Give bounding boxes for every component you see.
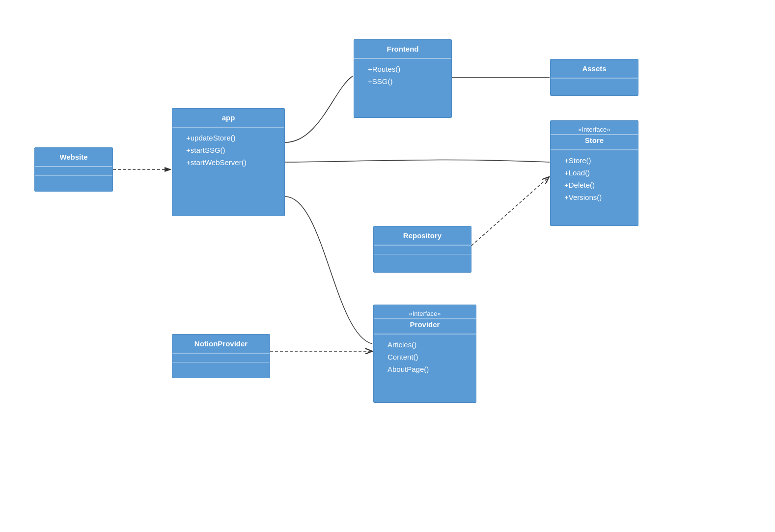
provider-box: «Interface» Provider Articles() Content(… bbox=[373, 305, 476, 403]
provider-stereotype: «Interface» bbox=[374, 305, 476, 319]
store-stereotype: «Interface» bbox=[551, 121, 638, 135]
store-header: Store bbox=[551, 135, 638, 150]
store-section: +Store() +Load() +Delete() +Versions() bbox=[551, 150, 638, 207]
assets-section bbox=[551, 78, 638, 87]
store-method2: +Load() bbox=[557, 167, 631, 179]
repository-section2 bbox=[374, 254, 471, 263]
frontend-section: +Routes() +SSG() bbox=[354, 58, 451, 91]
svg-line-4 bbox=[471, 177, 549, 246]
provider-section: Articles() Content() AboutPage() bbox=[374, 334, 476, 379]
provider-header: Provider bbox=[374, 319, 476, 334]
store-method3: +Delete() bbox=[557, 179, 631, 191]
app-method1: +updateStore() bbox=[179, 132, 277, 144]
provider-method2: Content() bbox=[381, 351, 469, 363]
assets-header: Assets bbox=[551, 59, 638, 78]
repository-header: Repository bbox=[374, 226, 471, 245]
app-method2: +startSSG() bbox=[179, 144, 277, 156]
notion-section1 bbox=[172, 353, 270, 362]
store-method4: +Versions() bbox=[557, 191, 631, 203]
repository-section1 bbox=[374, 245, 471, 254]
website-header: Website bbox=[35, 148, 112, 167]
diagram-container: Website app +updateStore() +startSSG() +… bbox=[0, 0, 775, 532]
website-section1 bbox=[35, 167, 112, 175]
assets-box: Assets bbox=[550, 59, 638, 96]
frontend-box: Frontend +Routes() +SSG() bbox=[354, 39, 452, 118]
repository-box: Repository bbox=[373, 226, 471, 273]
app-box: app +updateStore() +startSSG() +startWeb… bbox=[172, 108, 285, 216]
notion-section2 bbox=[172, 362, 270, 371]
notion-provider-header: NotionProvider bbox=[172, 335, 270, 353]
app-header: app bbox=[172, 109, 284, 127]
frontend-header: Frontend bbox=[354, 40, 451, 58]
provider-method3: AboutPage() bbox=[381, 363, 469, 375]
frontend-method2: +SSG() bbox=[361, 75, 444, 87]
app-section: +updateStore() +startSSG() +startWebServ… bbox=[172, 127, 284, 172]
notion-provider-box: NotionProvider bbox=[172, 334, 270, 378]
provider-method1: Articles() bbox=[381, 338, 469, 351]
store-box: «Interface» Store +Store() +Load() +Dele… bbox=[550, 120, 638, 226]
website-section2 bbox=[35, 175, 112, 184]
app-method3: +startWebServer() bbox=[179, 156, 277, 168]
frontend-method1: +Routes() bbox=[361, 63, 444, 75]
store-method1: +Store() bbox=[557, 154, 631, 167]
website-box: Website bbox=[34, 147, 113, 192]
